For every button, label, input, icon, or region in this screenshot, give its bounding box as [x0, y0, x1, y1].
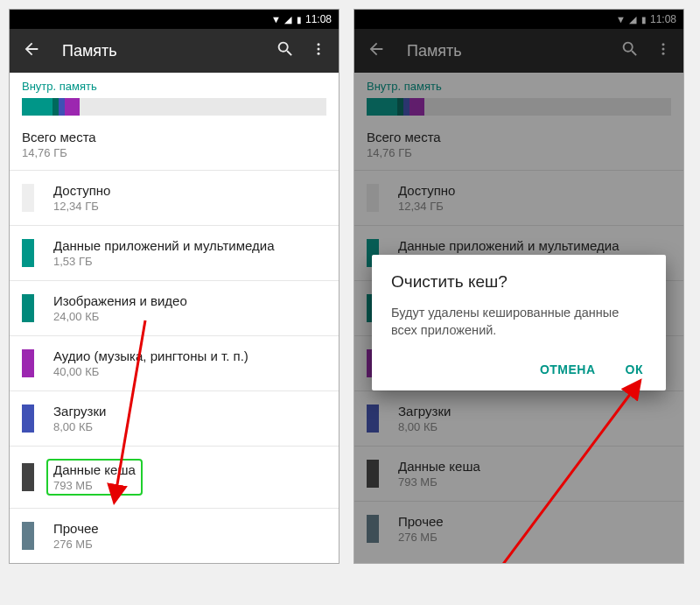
storage-item-subtitle: 276 МБ	[53, 538, 99, 551]
svg-point-2	[318, 53, 320, 55]
storage-item-text: Данные кеша793 МБ	[46, 459, 143, 496]
storage-item-text: Аудио (музыка, рингтоны и т. п.)40,00 КБ	[53, 348, 248, 378]
storage-item-text: Загрузки8,00 КБ	[53, 404, 106, 433]
dialog-title: Очистить кеш?	[391, 272, 647, 292]
storage-item[interactable]: Данные кеша793 МБ	[10, 447, 339, 508]
color-swatch	[22, 294, 34, 322]
cancel-button[interactable]: ОТМЕНА	[536, 357, 599, 382]
storage-item-subtitle: 793 МБ	[53, 479, 136, 492]
appbar-title: Память	[62, 42, 276, 60]
storage-item-title: Данные приложений и мультимедиа	[53, 238, 275, 253]
storage-item-text: Доступно12,34 ГБ	[53, 183, 110, 213]
storage-item-subtitle: 12,34 ГБ	[53, 200, 110, 213]
total-block: Всего места 14,76 ГБ	[10, 124, 339, 170]
svg-point-1	[318, 48, 320, 51]
storage-item-text: Данные приложений и мультимедиа1,53 ГБ	[53, 238, 275, 268]
storage-item-subtitle: 1,53 ГБ	[53, 255, 275, 268]
storage-item-subtitle: 24,00 КБ	[53, 310, 187, 323]
status-bar: ▼ ◢ ▮ 11:08	[10, 10, 339, 29]
storage-item-title: Доступно	[53, 183, 110, 198]
status-time: 11:08	[305, 13, 332, 25]
storage-item[interactable]: Загрузки8,00 КБ	[10, 391, 339, 446]
storage-item-title: Аудио (музыка, рингтоны и т. п.)	[53, 348, 248, 363]
signal-icon: ◢	[284, 14, 291, 25]
total-value: 14,76 ГБ	[22, 146, 326, 159]
storage-item-subtitle: 8,00 КБ	[53, 420, 106, 433]
storage-bar	[22, 98, 326, 116]
color-swatch	[22, 463, 34, 491]
storage-item-subtitle: 40,00 КБ	[53, 365, 248, 378]
storage-item[interactable]: Прочее276 МБ	[10, 509, 339, 563]
color-swatch	[22, 522, 34, 550]
color-swatch	[22, 405, 34, 433]
storage-item-title: Изображения и видео	[53, 293, 187, 308]
phone-left: ▼ ◢ ▮ 11:08 Память Внутр. память Всего м…	[9, 9, 340, 564]
storage-list: Доступно12,34 ГБДанные приложений и муль…	[10, 171, 339, 563]
color-swatch	[22, 184, 34, 212]
storage-item-title: Данные кеша	[53, 462, 136, 477]
phone-right: ▼ ◢ ▮ 11:08 Память Внутр. память Всего м…	[354, 9, 684, 564]
ok-button[interactable]: ОК	[622, 357, 647, 382]
storage-item-text: Изображения и видео24,00 КБ	[53, 293, 187, 323]
clear-cache-dialog: Очистить кеш? Будут удалены кешированные…	[372, 255, 666, 390]
storage-item-title: Прочее	[53, 521, 99, 536]
section-internal-storage: Внутр. память	[10, 73, 339, 96]
dialog-message: Будут удалены кешированные данные всех п…	[391, 304, 647, 340]
storage-item[interactable]: Данные приложений и мультимедиа1,53 ГБ	[10, 226, 339, 280]
storage-item[interactable]: Аудио (музыка, рингтоны и т. п.)40,00 КБ	[10, 336, 339, 390]
search-icon[interactable]	[276, 39, 295, 62]
back-icon[interactable]	[22, 39, 41, 62]
storage-item-text: Прочее276 МБ	[53, 521, 99, 551]
storage-item[interactable]: Изображения и видео24,00 КБ	[10, 281, 339, 335]
battery-icon: ▮	[297, 15, 302, 25]
storage-item[interactable]: Доступно12,34 ГБ	[10, 171, 339, 225]
storage-item-title: Загрузки	[53, 404, 106, 419]
more-icon[interactable]	[311, 39, 326, 62]
app-bar: Память	[10, 29, 339, 73]
svg-point-0	[318, 43, 320, 46]
total-label: Всего места	[22, 130, 326, 144]
color-swatch	[22, 239, 34, 267]
wifi-icon: ▼	[271, 14, 281, 25]
color-swatch	[22, 349, 34, 377]
